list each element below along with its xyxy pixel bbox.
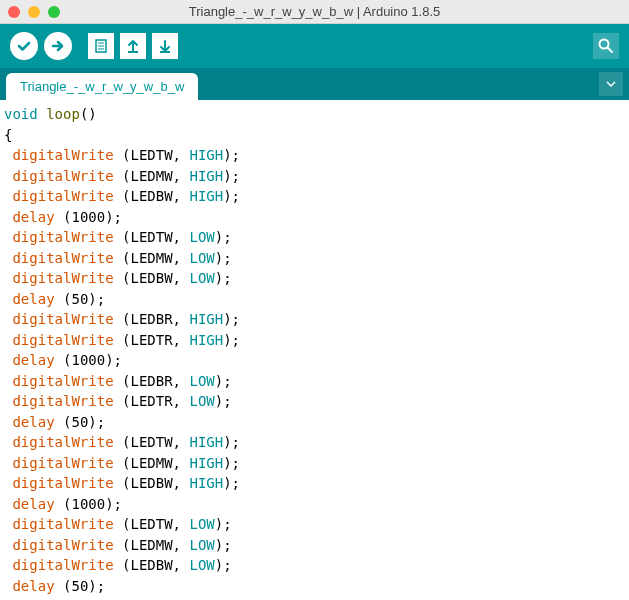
verify-button[interactable] [10,32,38,60]
code-line[interactable]: digitalWrite (LEDTR, HIGH); [4,330,621,351]
check-icon [16,38,32,54]
code-line[interactable]: digitalWrite (LEDTW, HIGH); [4,145,621,166]
upload-button[interactable] [44,32,72,60]
minimize-button[interactable] [28,6,40,18]
code-line[interactable]: digitalWrite (LEDMW, HIGH); [4,166,621,187]
code-line[interactable]: digitalWrite (LEDTW, LOW); [4,227,621,248]
code-line[interactable]: digitalWrite (LEDMW, HIGH); [4,453,621,474]
code-line[interactable]: digitalWrite (LEDBW, HIGH); [4,186,621,207]
titlebar: Triangle_-_w_r_w_y_w_b_w | Arduino 1.8.5 [0,0,629,24]
tab-active[interactable]: Triangle_-_w_r_w_y_w_b_w [6,73,198,100]
traffic-lights [8,6,60,18]
code-line[interactable]: digitalWrite (LEDBR, LOW); [4,371,621,392]
tabbar: Triangle_-_w_r_w_y_w_b_w [0,68,629,100]
code-line[interactable]: digitalWrite (LEDMW, LOW); [4,535,621,556]
code-line[interactable]: digitalWrite (LEDTW, HIGH); [4,432,621,453]
code-editor[interactable]: void loop(){ digitalWrite (LEDTW, HIGH);… [0,100,629,600]
code-line[interactable]: { [4,125,621,146]
maximize-button[interactable] [48,6,60,18]
toolbar-file-group [88,33,178,59]
code-line[interactable]: delay (1000); [4,494,621,515]
close-button[interactable] [8,6,20,18]
arrow-right-icon [50,38,66,54]
open-button[interactable] [120,33,146,59]
new-button[interactable] [88,33,114,59]
arrow-down-icon [157,38,173,54]
code-line[interactable]: delay (1000); [4,207,621,228]
magnifier-icon [597,37,615,55]
arrow-up-icon [125,38,141,54]
toolbar-compile-group [10,32,72,60]
code-line[interactable]: digitalWrite (LEDMW, LOW); [4,248,621,269]
window-title: Triangle_-_w_r_w_y_w_b_w | Arduino 1.8.5 [189,4,440,19]
code-line[interactable]: digitalWrite (LEDBW, LOW); [4,555,621,576]
code-line[interactable]: digitalWrite (LEDTW, LOW); [4,514,621,535]
save-button[interactable] [152,33,178,59]
serial-monitor-button[interactable] [593,33,619,59]
svg-line-7 [608,48,613,53]
code-line[interactable]: delay (1000); [4,350,621,371]
code-line[interactable]: void loop() [4,104,621,125]
code-line[interactable]: delay (50); [4,289,621,310]
code-line[interactable]: delay (50); [4,576,621,597]
code-line[interactable]: digitalWrite (LEDBW, HIGH); [4,473,621,494]
code-line[interactable]: digitalWrite (LEDBW, LOW); [4,268,621,289]
code-line[interactable]: digitalWrite (LEDBR, HIGH); [4,309,621,330]
tab-menu-button[interactable] [599,72,623,96]
code-line[interactable]: digitalWrite (LEDTR, LOW); [4,391,621,412]
chevron-down-icon [606,79,616,89]
file-icon [93,38,109,54]
toolbar [0,24,629,68]
code-line[interactable]: delay (50); [4,412,621,433]
